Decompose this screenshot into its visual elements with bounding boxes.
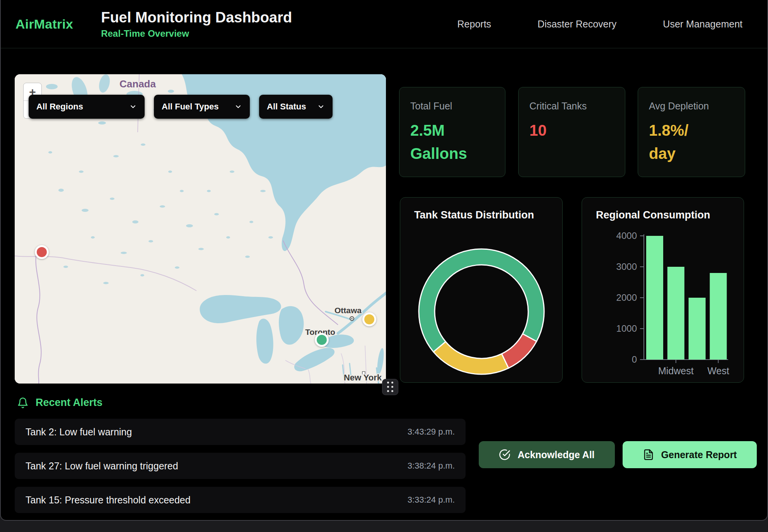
bar-region-3 [689,298,706,360]
donut-segment-warning [433,342,509,374]
svg-text:0: 0 [632,354,637,365]
status-filter-dropdown[interactable]: All Status [259,95,333,119]
page-title: Fuel Monitoring Dashboard [101,9,292,26]
file-text-icon [643,449,654,460]
stat-value: 10 [529,119,614,142]
page-subtitle: Real-Time Overview [101,28,292,39]
chevron-down-icon [317,103,325,111]
tank-status-chart-card: Tank Status Distribution [400,197,563,383]
alerts-header: Recent Alerts [17,397,102,409]
nav-item-disaster-recovery[interactable]: Disaster Recovery [538,19,616,30]
stat-label: Total Fuel [410,101,494,112]
map-label-newyork: New York [344,373,382,382]
region-filter-dropdown[interactable]: All Regions [29,95,145,119]
generate-report-button[interactable]: Generate Report [623,441,757,468]
acknowledge-all-label: Acknowledge All [517,449,594,460]
map-filters: All Regions All Fuel Types All Status [29,95,333,119]
fuel-map[interactable]: Canada Ottawa Toronto New York + − All R… [15,74,386,384]
bar-midwest [667,267,684,360]
svg-text:Midwest: Midwest [658,365,694,376]
alert-time: 3:33:24 p.m. [408,495,455,505]
main-nav: Reports Disaster Recovery User Managemen… [457,19,767,30]
alert-message: Tank 27: Low fuel warning triggered [26,460,178,472]
regional-consumption-chart-card: Regional Consumption 01000200030004000Mi… [582,197,744,383]
map-marker-normal[interactable] [315,333,329,347]
alert-row[interactable]: Tank 2: Low fuel warning 3:43:29 p.m. [15,419,466,445]
bell-icon [17,397,29,409]
fuel-type-filter-dropdown[interactable]: All Fuel Types [154,95,250,119]
check-circle-icon [499,449,510,460]
alert-row[interactable]: Tank 15: Pressure threshold exceeded 3:3… [15,487,466,513]
stat-card-avg-depletion: Avg Depletion 1.8%/ day [638,87,745,177]
svg-text:2000: 2000 [616,292,637,303]
tank-status-donut-chart [400,222,563,380]
stat-value: 1.8%/ day [649,119,734,165]
dashboard-window: AirMatrix Fuel Monitoring Dashboard Real… [0,0,768,521]
map-label-ottawa: Ottawa [335,306,362,315]
alert-row[interactable]: Tank 27: Low fuel warning triggered 3:38… [15,453,466,479]
stat-label: Avg Depletion [649,101,734,112]
basemap: Canada Ottawa Toronto New York [15,74,386,384]
alerts-title: Recent Alerts [36,397,102,409]
svg-text:West: West [707,365,729,376]
chevron-down-icon [234,103,242,111]
acknowledge-all-button[interactable]: Acknowledge All [479,441,615,468]
map-label-country: Canada [119,78,156,90]
svg-text:3000: 3000 [616,261,637,272]
map-marker-warning[interactable] [362,312,376,326]
status-filter-value: All Status [267,102,306,112]
map-marker-critical[interactable] [35,245,49,259]
alert-time: 3:43:29 p.m. [408,427,455,437]
stat-card-critical-tanks: Critical Tanks 10 [518,87,625,177]
chart-title: Regional Consumption [596,209,744,221]
bar-west [710,273,727,360]
title-block: Fuel Monitoring Dashboard Real-Time Over… [101,9,292,39]
regional-consumption-bar-chart: 01000200030004000MidwestWest [582,221,744,384]
alert-time: 3:38:24 p.m. [408,461,455,471]
bar-region-1 [646,236,663,360]
nav-item-user-management[interactable]: User Management [663,19,742,30]
svg-text:4000: 4000 [616,230,637,241]
donut-segment-critical [502,334,536,368]
app-header: AirMatrix Fuel Monitoring Dashboard Real… [1,0,767,48]
stat-label: Critical Tanks [529,101,614,112]
stat-value: 2.5M Gallons [410,119,494,165]
region-filter-value: All Regions [36,102,83,112]
alert-message: Tank 15: Pressure threshold exceeded [26,494,191,506]
stat-card-total-fuel: Total Fuel 2.5M Gallons [399,87,505,177]
alert-message: Tank 2: Low fuel warning [26,426,132,438]
fuel-type-filter-value: All Fuel Types [162,102,219,112]
svg-text:1000: 1000 [616,323,637,334]
nav-item-reports[interactable]: Reports [457,19,492,30]
brand-logo: AirMatrix [15,17,73,32]
generate-report-label: Generate Report [661,449,737,460]
chevron-down-icon [129,103,137,111]
chart-title: Tank Status Distribution [414,209,562,221]
map-resize-handle-icon[interactable] [382,379,398,395]
